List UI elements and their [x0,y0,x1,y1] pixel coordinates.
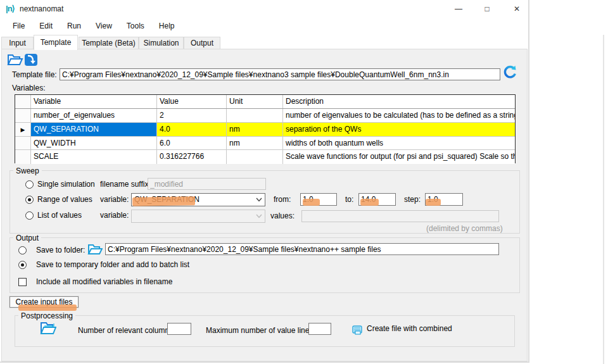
cell-unit[interactable] [227,109,283,122]
browse-folder-icon[interactable] [87,243,103,258]
cell-unit[interactable] [227,150,283,164]
create-combined-file-label[interactable]: Create file with combined [367,324,452,333]
list-of-values-radio[interactable] [25,211,34,220]
row-selector-arrow-icon: ▶ [21,127,25,133]
range-of-values-radio[interactable] [25,196,34,204]
screenshot-canvas: { "window": { "logo": "|n⟩", "title": "n… [0,0,608,364]
tab-input[interactable]: Input [1,37,34,49]
annotation-highlight-to [360,199,379,206]
save-to-folder-label[interactable]: Save to folder: [36,246,85,254]
template-file-label: Template file: [12,70,57,79]
tab-template-beta[interactable]: Template (Beta) [79,37,139,49]
menu-item-file[interactable]: File [13,22,25,30]
cell-unit[interactable]: nm [227,137,283,150]
app-window: |n⟩ nextnanomat — □ ✕ File Edit Run View… [0,0,529,363]
filename-suffix-input [148,178,266,190]
cell-value[interactable]: 2 [157,109,227,122]
include-variables-label[interactable]: Include all modified variables in filena… [36,277,172,286]
cell-description[interactable]: separation of the QWs [283,123,515,136]
values-hint: (delimited by commas) [426,224,503,233]
template-file-input[interactable] [60,68,500,80]
column-header-variable[interactable]: Variable [31,95,157,108]
minimize-button[interactable]: — [449,0,468,18]
cell-unit[interactable]: nm [227,123,283,136]
tab-simulation[interactable]: Simulation [139,37,184,49]
menu-item-run[interactable]: Run [67,22,81,30]
column-header-unit[interactable]: Unit [227,95,283,108]
chevron-down-icon [256,198,262,202]
values-label: values: [270,211,294,220]
list-variable-combobox [131,210,265,223]
max-value-lines-input[interactable] [308,323,331,335]
menu-bar: File Edit Run View Tools Help [0,18,528,34]
app-logo-icon: |n⟩ [6,4,15,13]
open-template-file-icon[interactable] [7,53,23,69]
chevron-down-icon [256,214,262,218]
background-window-edge [603,35,604,364]
row-selector-header-cell [15,95,31,108]
cell-description[interactable]: widths of both quantum wells [283,137,515,150]
cell-variable[interactable]: SCALE [31,150,157,164]
table-row: SCALE 0.316227766 Scale wave functions f… [15,150,515,164]
annotation-highlight-variable [132,196,195,206]
template-tab-panel: Template file: Variables: Variable Value… [1,49,528,361]
cell-description[interactable]: number of eigenvalues to be calculated (… [283,109,515,122]
row-selector-cell[interactable] [15,109,31,122]
row-selector-cell[interactable]: ▶ [15,123,31,136]
variables-label: Variables: [12,84,45,92]
filename-suffix-label: filename suffix: [100,180,151,189]
tab-output[interactable]: Output [184,37,220,49]
to-label: to: [345,195,353,204]
window-title: nextnanomat [20,4,63,13]
table-row-selected: ▶ QW_SEPARATION 4.0 nm separation of the… [15,123,515,137]
sweep-group-title: Sweep [13,166,42,175]
table-row: number_of_eigenvalues 2 number of eigenv… [15,109,515,123]
combine-files-icon[interactable] [352,324,364,337]
save-folder-path-input[interactable] [105,243,499,255]
list-variable-label: variable: [100,211,129,220]
single-simulation-label[interactable]: Single simulation [37,180,95,189]
cell-variable[interactable]: QW_WIDTH [31,137,157,150]
cell-value[interactable]: 4.0 [157,123,227,136]
menu-item-help[interactable]: Help [159,22,175,30]
variables-table-header: Variable Value Unit Description [15,95,515,109]
save-temp-folder-label[interactable]: Save to temporary folder and add to batc… [36,260,189,269]
cell-variable[interactable]: QW_SEPARATION [31,123,157,136]
cell-variable[interactable]: number_of_eigenvalues [31,109,157,122]
output-group-title: Output [13,234,41,242]
max-value-lines-label: Maximum number of value lines: [206,326,315,335]
menu-item-edit[interactable]: Edit [39,22,53,30]
tab-template[interactable]: Template [34,35,78,50]
column-header-description[interactable]: Description [283,95,515,108]
cell-value[interactable]: 6.0 [157,137,227,150]
annotation-highlight-from [303,199,320,206]
variables-table: Variable Value Unit Description number_o… [15,94,516,163]
relevant-column-input[interactable] [167,323,191,335]
single-simulation-radio[interactable] [25,180,34,189]
maximize-button[interactable]: □ [478,0,497,18]
relevant-column-label: Number of relevant column: [78,326,171,335]
close-button[interactable]: ✕ [507,0,526,18]
postprocessing-folder-icon[interactable] [39,320,56,339]
menu-item-view[interactable]: View [96,22,112,30]
cell-description[interactable]: Scale wave functions for output (for psi… [283,150,515,164]
postprocessing-group-title: Postprocessing [18,311,75,320]
load-template-icon[interactable] [24,53,38,68]
title-bar: |n⟩ nextnanomat — □ ✕ [0,0,528,18]
from-label: from: [274,195,291,204]
step-label: step: [404,195,421,204]
save-temp-folder-radio[interactable] [18,261,27,269]
row-selector-cell[interactable] [15,150,31,164]
menu-item-tools[interactable]: Tools [127,22,144,30]
column-header-value[interactable]: Value [157,95,227,108]
range-variable-label: variable: [100,195,129,204]
include-variables-checkbox[interactable] [18,278,27,286]
reload-template-icon[interactable] [502,65,517,82]
list-of-values-label[interactable]: List of values [37,211,82,220]
save-to-folder-radio[interactable] [18,246,27,254]
values-input [301,210,499,222]
row-selector-cell[interactable] [15,137,31,150]
annotation-highlight-create-button [18,304,77,311]
cell-value[interactable]: 0.316227766 [157,150,227,164]
range-of-values-label[interactable]: Range of values [37,195,92,204]
